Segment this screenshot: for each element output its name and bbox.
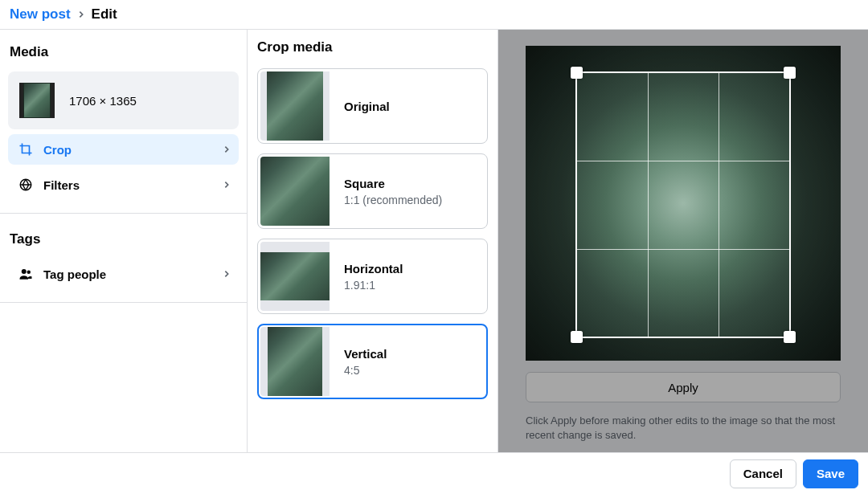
crop-handle-tl[interactable] <box>571 67 583 79</box>
succulent-thumb-icon <box>268 327 322 396</box>
main-area: Media 1706 × 1365 Crop Filters <box>0 30 868 452</box>
save-button[interactable]: Save <box>803 459 858 488</box>
cancel-button[interactable]: Cancel <box>730 459 796 488</box>
chevron-right-icon <box>223 145 231 153</box>
grid-line <box>577 161 789 161</box>
crop-handle-bl[interactable] <box>571 331 583 343</box>
media-dimensions: 1706 × 1365 <box>69 94 137 108</box>
sidebar-item-label: Filters <box>43 178 80 192</box>
crop-icon <box>18 142 34 157</box>
media-thumbnail <box>19 83 55 118</box>
crop-thumb <box>260 327 330 396</box>
breadcrumb-root-link[interactable]: New post <box>10 6 71 22</box>
breadcrumb-current: Edit <box>92 6 117 22</box>
crop-option-horizontal[interactable]: Horizontal 1.91:1 <box>257 239 488 314</box>
crop-media-panel: Crop media Original Square 1:1 (recommen… <box>248 30 498 452</box>
apply-hint-text: Click Apply before making other edits to… <box>526 414 841 443</box>
crop-option-name: Horizontal <box>344 262 403 276</box>
crop-option-square[interactable]: Square 1:1 (recommended) <box>257 153 488 229</box>
grid-line <box>577 249 789 250</box>
apply-button[interactable]: Apply <box>526 372 841 402</box>
tags-section-title: Tags <box>8 227 239 254</box>
sidebar-item-label: Crop <box>43 143 72 157</box>
sidebar-item-label: Tag people <box>43 267 106 281</box>
breadcrumb: New post Edit <box>0 0 868 30</box>
aperture-icon <box>18 178 34 192</box>
svg-point-1 <box>22 269 27 274</box>
footer: Cancel Save <box>0 452 868 494</box>
crop-option-sub: 1.91:1 <box>344 279 403 292</box>
svg-point-2 <box>27 271 31 275</box>
divider <box>0 213 247 214</box>
media-thumbnail-card[interactable]: 1706 × 1365 <box>8 71 239 129</box>
succulent-thumb-icon <box>260 157 330 226</box>
succulent-thumb-icon <box>267 71 323 141</box>
sidebar-item-tag-people[interactable]: Tag people <box>8 259 239 289</box>
crop-thumb <box>260 242 330 311</box>
crop-option-name: Original <box>344 100 390 113</box>
grid-line <box>719 73 719 337</box>
chevron-right-icon <box>223 181 231 189</box>
crop-option-original[interactable]: Original <box>257 68 488 144</box>
sidebar-item-crop[interactable]: Crop <box>8 134 239 165</box>
crop-option-sub: 4:5 <box>344 364 387 377</box>
media-section-title: Media <box>8 39 239 67</box>
chevron-right-icon <box>223 270 231 278</box>
crop-handle-tr[interactable] <box>784 67 796 79</box>
sidebar: Media 1706 × 1365 Crop Filters <box>0 30 248 452</box>
preview-panel: Apply Click Apply before making other ed… <box>498 30 868 452</box>
chevron-right-icon <box>77 10 85 18</box>
succulent-thumb-icon <box>23 83 51 118</box>
crop-handle-br[interactable] <box>784 331 796 343</box>
crop-thumb <box>260 157 330 226</box>
grid-line <box>648 73 649 337</box>
people-icon <box>18 267 34 281</box>
crop-thumb <box>260 71 330 141</box>
succulent-thumb-icon <box>260 252 330 300</box>
crop-option-name: Square <box>344 177 442 190</box>
divider <box>0 302 247 303</box>
crop-stage[interactable] <box>526 46 841 361</box>
crop-box[interactable] <box>575 71 791 338</box>
crop-option-vertical[interactable]: Vertical 4:5 <box>257 324 488 399</box>
sidebar-item-filters[interactable]: Filters <box>8 169 239 200</box>
crop-media-title: Crop media <box>257 39 488 59</box>
crop-option-sub: 1:1 (recommended) <box>344 194 442 206</box>
crop-option-name: Vertical <box>344 347 387 361</box>
